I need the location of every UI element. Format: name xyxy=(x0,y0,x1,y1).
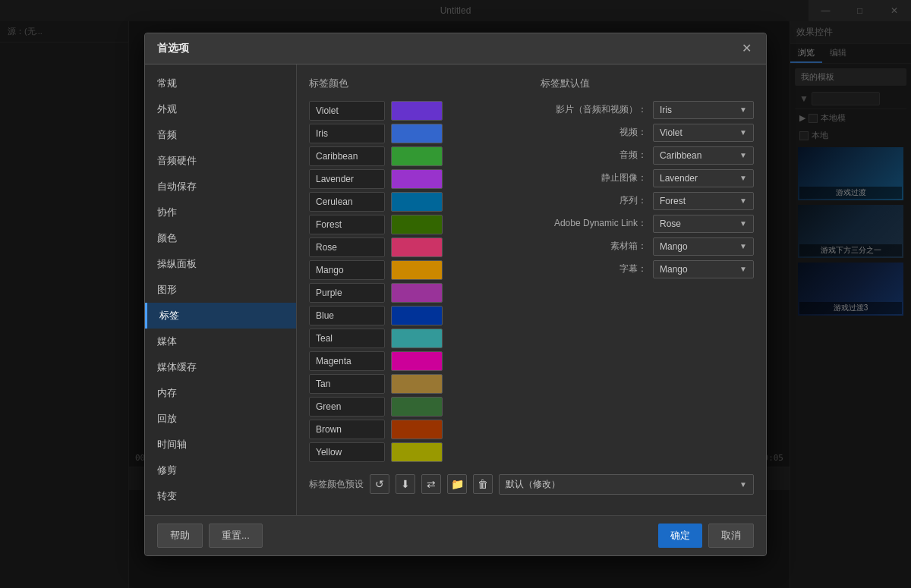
close-dialog-button[interactable]: ✕ xyxy=(739,41,754,56)
default-select-4[interactable]: Forest▼ xyxy=(653,192,754,210)
default-select-value-4: Forest xyxy=(660,196,686,206)
exchange-preset-button[interactable]: ⇄ xyxy=(421,474,441,494)
reset-button[interactable]: 重置... xyxy=(209,524,263,548)
ok-button[interactable]: 确定 xyxy=(658,524,702,548)
color-swatch-3[interactable] xyxy=(391,169,443,189)
default-select-value-1: Violet xyxy=(660,127,682,138)
default-select-2[interactable]: Caribbean▼ xyxy=(653,146,754,165)
nav-item-collaboration[interactable]: 协作 xyxy=(145,200,296,225)
color-swatch-5[interactable] xyxy=(391,215,443,234)
color-row-1: Iris xyxy=(309,124,522,143)
help-button[interactable]: 帮助 xyxy=(157,524,203,548)
color-swatch-14[interactable] xyxy=(391,420,443,439)
folder-preset-button[interactable]: 📁 xyxy=(447,474,467,494)
default-label-1: 视频： xyxy=(541,126,647,139)
default-select-3[interactable]: Lavender▼ xyxy=(653,169,754,187)
footer-left: 帮助 重置... xyxy=(157,524,263,548)
color-row-7: Mango xyxy=(309,260,522,280)
color-swatch-4[interactable] xyxy=(391,192,443,212)
nav-item-audio[interactable]: 音频 xyxy=(145,122,296,148)
default-row-4: 序列：Forest▼ xyxy=(541,192,754,210)
content-columns: 标签颜色 VioletIrisCaribbeanLavenderCerulean… xyxy=(309,77,754,465)
default-select-6[interactable]: Mango▼ xyxy=(653,237,754,256)
nav-item-graphics[interactable]: 图形 xyxy=(145,277,296,303)
preset-select[interactable]: 默认（修改） ▼ xyxy=(499,474,754,495)
modal-content: 标签颜色 VioletIrisCaribbeanLavenderCerulean… xyxy=(297,64,766,515)
color-row-8: Purple xyxy=(309,283,522,303)
save-preset-button[interactable]: ⬇ xyxy=(396,474,415,494)
color-swatch-9[interactable] xyxy=(391,306,443,325)
default-label-2: 音频： xyxy=(541,149,647,162)
nav-item-label[interactable]: 标签 xyxy=(145,303,296,329)
color-swatch-8[interactable] xyxy=(391,283,443,303)
nav-item-media[interactable]: 媒体 xyxy=(145,329,296,354)
color-row-15: Yellow xyxy=(309,442,522,462)
cancel-button[interactable]: 取消 xyxy=(708,524,754,548)
color-row-10: Teal xyxy=(309,329,522,348)
default-row-0: 影片（音频和视频）：Iris▼ xyxy=(541,101,754,119)
color-swatch-7[interactable] xyxy=(391,260,443,280)
default-select-5[interactable]: Rose▼ xyxy=(653,215,754,233)
presets-row: 标签颜色预设 ↺ ⬇ ⇄ 📁 🗑 默认（修改） ▼ xyxy=(309,474,754,495)
modal-footer: 帮助 重置... 确定 取消 xyxy=(145,515,766,555)
nav-item-auto_save[interactable]: 自动保存 xyxy=(145,174,296,200)
color-swatch-11[interactable] xyxy=(391,351,443,371)
color-swatch-13[interactable] xyxy=(391,397,443,417)
preset-label: 标签颜色预设 xyxy=(309,478,364,491)
default-row-3: 静止图像：Lavender▼ xyxy=(541,169,754,187)
label-colors-header: 标签颜色 xyxy=(309,77,522,93)
nav-item-control_panel[interactable]: 操纵面板 xyxy=(145,251,296,277)
color-label-12: Tan xyxy=(309,374,385,394)
color-label-10: Teal xyxy=(309,329,385,348)
color-swatch-0[interactable] xyxy=(391,101,443,121)
nav-item-media_cache[interactable]: 媒体缓存 xyxy=(145,354,296,380)
default-select-arrow-2: ▼ xyxy=(739,151,747,159)
color-swatch-1[interactable] xyxy=(391,124,443,143)
default-row-7: 字幕：Mango▼ xyxy=(541,260,754,278)
nav-item-appearance[interactable]: 外观 xyxy=(145,96,296,122)
default-select-arrow-4: ▼ xyxy=(739,197,747,205)
color-row-2: Caribbean xyxy=(309,146,522,166)
color-swatch-10[interactable] xyxy=(391,329,443,348)
nav-item-audio_hardware[interactable]: 音频硬件 xyxy=(145,148,296,174)
default-label-3: 静止图像： xyxy=(541,171,647,184)
nav-item-playback[interactable]: 回放 xyxy=(145,406,296,432)
default-column: 标签默认值 影片（音频和视频）：Iris▼视频：Violet▼音频：Caribb… xyxy=(541,77,754,465)
color-swatch-12[interactable] xyxy=(391,374,443,394)
color-swatch-2[interactable] xyxy=(391,146,443,166)
color-swatch-15[interactable] xyxy=(391,442,443,462)
nav-item-timeline[interactable]: 时间轴 xyxy=(145,432,296,458)
color-column: 标签颜色 VioletIrisCaribbeanLavenderCerulean… xyxy=(309,77,522,465)
modal-header: 首选项 ✕ xyxy=(145,33,766,64)
color-label-9: Blue xyxy=(309,306,385,325)
default-select-value-5: Rose xyxy=(660,219,681,229)
default-select-arrow-5: ▼ xyxy=(739,219,747,228)
default-row-1: 视频：Violet▼ xyxy=(541,124,754,142)
nav-item-memory[interactable]: 内存 xyxy=(145,380,296,406)
color-label-13: Green xyxy=(309,397,385,417)
default-label-5: Adobe Dynamic Link： xyxy=(541,217,647,230)
default-label-4: 序列： xyxy=(541,194,647,207)
default-row-6: 素材箱：Mango▼ xyxy=(541,237,754,256)
delete-preset-button[interactable]: 🗑 xyxy=(473,474,493,494)
default-select-arrow-3: ▼ xyxy=(739,174,747,182)
nav-item-color[interactable]: 颜色 xyxy=(145,225,296,251)
reset-preset-button[interactable]: ↺ xyxy=(370,474,389,494)
nav-item-trim[interactable]: 修剪 xyxy=(145,458,296,483)
default-select-arrow-6: ▼ xyxy=(739,242,747,250)
color-label-15: Yellow xyxy=(309,442,385,462)
color-swatch-6[interactable] xyxy=(391,237,443,257)
color-row-6: Rose xyxy=(309,237,522,257)
label-defaults-header: 标签默认值 xyxy=(541,77,754,93)
nav-item-transition[interactable]: 转变 xyxy=(145,483,296,509)
preset-select-arrow: ▼ xyxy=(739,480,747,489)
color-row-0: Violet xyxy=(309,101,522,121)
default-select-1[interactable]: Violet▼ xyxy=(653,124,754,142)
default-select-7[interactable]: Mango▼ xyxy=(653,260,754,278)
default-label-7: 字幕： xyxy=(541,263,647,275)
modal-title: 首选项 xyxy=(157,42,189,55)
nav-item-general[interactable]: 常规 xyxy=(145,71,296,96)
default-select-0[interactable]: Iris▼ xyxy=(653,101,754,119)
default-select-arrow-1: ▼ xyxy=(739,128,747,137)
default-select-arrow-7: ▼ xyxy=(739,265,747,273)
